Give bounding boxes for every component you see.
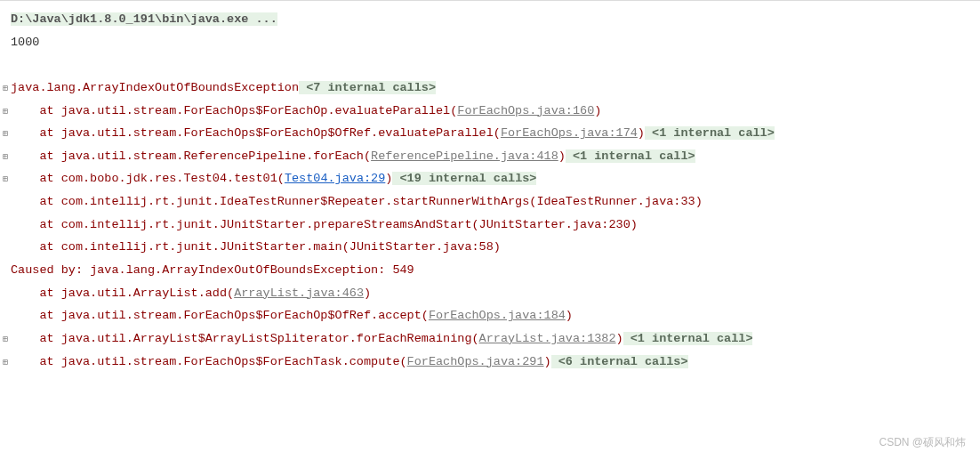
source-link[interactable]: ForEachOps.java:160 xyxy=(457,104,594,117)
source-link: JUnitStarter.java:58 xyxy=(349,240,494,254)
at-keyword: at xyxy=(39,309,60,322)
internal-calls-badge[interactable]: <1 internal call> xyxy=(623,332,753,345)
source-link[interactable]: ForEachOps.java:184 xyxy=(429,309,566,322)
at-keyword: at xyxy=(39,332,60,345)
stack-frame: at com.intellij.rt.junit.JUnitStarter.ma… xyxy=(0,236,980,259)
program-output: 1000 xyxy=(11,36,39,49)
fold-icon[interactable]: ⊞ xyxy=(0,77,11,100)
source-link[interactable]: ForEachOps.java:174 xyxy=(501,126,638,140)
source-link[interactable]: ReferencePipeline.java:418 xyxy=(371,149,558,163)
exception-class: java.lang.ArrayIndexOutOfBoundsException xyxy=(11,81,299,94)
frame-method: java.util.stream.ReferencePipeline.forEa… xyxy=(61,149,364,163)
frame-method: java.util.stream.ForEachOps$ForEachOp$Of… xyxy=(61,126,494,140)
source-link: JUnitStarter.java:230 xyxy=(479,218,631,231)
frame-method: java.util.stream.ForEachOps$ForEachOp.ev… xyxy=(61,104,450,117)
stack-frame: ⊞ at com.bobo.jdk.res.Test04.test01(Test… xyxy=(0,167,980,190)
source-link[interactable]: ForEachOps.java:291 xyxy=(407,355,544,368)
source-link[interactable]: Test04.java:29 xyxy=(285,172,385,185)
caused-by-label: Caused by: xyxy=(11,263,90,277)
fold-icon[interactable]: ⊞ xyxy=(0,167,11,190)
stack-frame: at com.intellij.rt.junit.IdeaTestRunner$… xyxy=(0,190,980,214)
fold-icon[interactable]: ⊞ xyxy=(0,351,11,374)
source-link[interactable]: ArrayList.java:1382 xyxy=(479,332,616,345)
frame-method: java.util.ArrayList.add xyxy=(61,286,227,300)
source-link: IdeaTestRunner.java:33 xyxy=(536,195,695,208)
internal-calls-badge[interactable]: <6 internal calls> xyxy=(551,355,688,368)
internal-calls-badge[interactable]: <1 internal call> xyxy=(645,126,775,140)
frame-method: com.intellij.rt.junit.JUnitStarter.prepa… xyxy=(61,218,472,231)
stack-frame: ⊞ at java.util.stream.ReferencePipeline.… xyxy=(0,145,980,168)
watermark: CSDN @硕风和炜 xyxy=(879,432,966,453)
exception-header: ⊞java.lang.ArrayIndexOutOfBoundsExceptio… xyxy=(0,77,980,100)
frame-method: java.util.ArrayList$ArrayListSpliterator… xyxy=(61,332,472,345)
at-keyword: at xyxy=(39,240,60,254)
stack-frame: at java.util.ArrayList.add(ArrayList.jav… xyxy=(0,282,980,305)
source-link[interactable]: ArrayList.java:463 xyxy=(234,286,364,300)
caused-by-line: Caused by: java.lang.ArrayIndexOutOfBoun… xyxy=(0,259,980,282)
at-keyword: at xyxy=(39,286,60,300)
console-line: 1000 xyxy=(0,31,980,54)
fold-icon[interactable]: ⊞ xyxy=(0,327,11,351)
stack-frame: ⊞ at java.util.ArrayList$ArrayListSplite… xyxy=(0,327,980,351)
frame-method: com.bobo.jdk.res.Test04.test01 xyxy=(61,172,277,185)
frame-method: java.util.stream.ForEachOps$ForEachTask.… xyxy=(61,355,400,368)
stack-frame: ⊞ at java.util.stream.ForEachOps$ForEach… xyxy=(0,351,980,374)
internal-calls-badge[interactable]: <19 internal calls> xyxy=(392,172,536,185)
stack-frame: at java.util.stream.ForEachOps$ForEachOp… xyxy=(0,304,980,327)
fold-icon[interactable]: ⊞ xyxy=(0,100,11,123)
fold-icon[interactable]: ⊞ xyxy=(0,122,11,145)
fold-icon[interactable]: ⊞ xyxy=(0,145,11,168)
internal-calls-badge[interactable]: <1 internal call> xyxy=(566,149,695,163)
at-keyword: at xyxy=(39,172,60,185)
console-line: D:\Java\jdk1.8.0_191\bin\java.exe ... xyxy=(0,8,980,31)
internal-calls-badge[interactable]: <7 internal calls> xyxy=(299,81,436,94)
at-keyword: at xyxy=(39,355,60,368)
at-keyword: at xyxy=(39,149,60,163)
stack-frame: at com.intellij.rt.junit.JUnitStarter.pr… xyxy=(0,214,980,237)
caused-by-exception: java.lang.ArrayIndexOutOfBoundsException… xyxy=(90,263,414,277)
java-command: D:\Java\jdk1.8.0_191\bin\java.exe ... xyxy=(11,12,277,26)
frame-method: java.util.stream.ForEachOps$ForEachOp$Of… xyxy=(61,309,422,322)
at-keyword: at xyxy=(39,104,60,117)
at-keyword: at xyxy=(39,218,60,231)
stack-frame: ⊞ at java.util.stream.ForEachOps$ForEach… xyxy=(0,122,980,145)
at-keyword: at xyxy=(39,126,60,140)
stack-frame: ⊞ at java.util.stream.ForEachOps$ForEach… xyxy=(0,100,980,123)
at-keyword: at xyxy=(39,195,60,208)
frame-method: com.intellij.rt.junit.IdeaTestRunner$Rep… xyxy=(61,195,530,208)
console-blank xyxy=(0,53,980,77)
frame-method: com.intellij.rt.junit.JUnitStarter.main xyxy=(61,240,342,254)
